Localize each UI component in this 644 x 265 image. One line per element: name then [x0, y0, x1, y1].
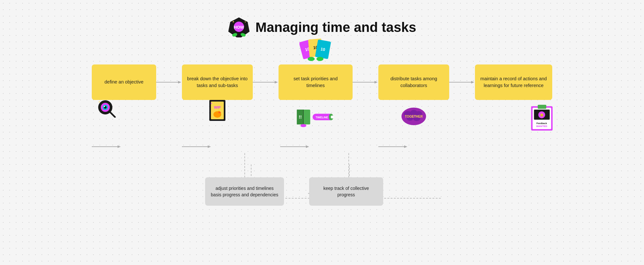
flow-top-row: define an objective ✦ — [0, 64, 644, 100]
flow-bottom-box-2: keep track of collective progress — [309, 177, 383, 206]
flow-box-2: break down the objective into tasks and … — [182, 64, 253, 100]
svg-marker-10 — [208, 145, 211, 148]
svg-point-50 — [300, 124, 306, 127]
svg-marker-20 — [308, 192, 311, 195]
flow-box-4: distribute tasks among collaborators TOG… — [378, 64, 449, 100]
page-header: HOW ★ ★ Managing time and tasks — [0, 0, 644, 39]
sticker-eye-magnify: ✦ — [95, 98, 118, 118]
flow-box-2-text: break down the objective into tasks and … — [182, 72, 253, 92]
svg-marker-18 — [211, 192, 214, 195]
flow-bottom-box-1-text: adjust priorities and timelines basis pr… — [205, 182, 284, 201]
svg-rect-69 — [538, 105, 546, 109]
svg-marker-29 — [178, 81, 181, 83]
svg-marker-38 — [275, 81, 278, 83]
svg-text:TOGETHER: TOGETHER — [405, 114, 423, 118]
arrow-2 — [253, 79, 279, 85]
svg-text:★: ★ — [210, 102, 212, 104]
svg-marker-57 — [374, 81, 378, 83]
svg-text:★: ★ — [244, 21, 246, 23]
flow-box-4-text: distribute tasks among collaborators — [378, 72, 449, 92]
flow-box-5: maintain a record of actions and learnin… — [475, 64, 552, 100]
svg-point-54 — [331, 115, 334, 118]
how-logo-icon: HOW ★ ★ — [228, 16, 250, 39]
svg-text:WANTED: WANTED — [536, 125, 547, 128]
svg-text:😊: 😊 — [540, 113, 544, 117]
flow-bottom-box-1: adjust priorities and timelines basis pr… — [205, 177, 284, 206]
svg-text:10: 10 — [320, 46, 326, 52]
arrow-1 — [156, 79, 182, 85]
svg-marker-78 — [281, 197, 284, 200]
page-title: Managing time and tasks — [255, 20, 416, 35]
svg-point-46 — [317, 57, 324, 61]
flow-box-1: define an objective ✦ — [92, 64, 156, 100]
sticker-timeline: !! TIMELINE — [296, 106, 335, 127]
svg-text:WIP: WIP — [214, 105, 221, 109]
svg-line-26 — [110, 113, 115, 117]
svg-text:✦: ✦ — [98, 101, 100, 103]
dashed-arrows-svg — [0, 135, 644, 216]
svg-point-45 — [308, 57, 315, 61]
sticker-brain: TOGETHER — [398, 105, 430, 127]
sticker-feedback: 😊 Feedback WANTED — [530, 103, 555, 132]
arrow-3 — [353, 79, 378, 85]
svg-point-35 — [218, 112, 221, 113]
svg-point-25 — [104, 106, 105, 107]
flow-box-3: 10 10 10 set task priorities and timelin… — [279, 64, 353, 100]
svg-marker-14 — [404, 145, 407, 148]
svg-marker-12 — [306, 145, 309, 148]
svg-text:HOW: HOW — [234, 25, 244, 30]
sticker-wip: WIP ★ — [208, 98, 227, 123]
svg-text:Feedback: Feedback — [536, 122, 547, 125]
flow-bottom-box-2-text: keep track of collective progress — [309, 182, 383, 201]
svg-text:TIMELINE: TIMELINE — [316, 116, 328, 119]
arrow-4 — [449, 79, 475, 85]
flow-diagram: define an objective ✦ — [0, 64, 644, 100]
flow-box-3-text: set task priorities and timelines — [279, 72, 353, 92]
flow-box-1-text: define an objective — [99, 75, 149, 89]
svg-marker-80 — [380, 197, 383, 200]
svg-text:★: ★ — [232, 20, 234, 23]
svg-text:!!: !! — [298, 114, 302, 120]
flow-box-5-text: maintain a record of actions and learnin… — [475, 72, 552, 92]
svg-marker-66 — [471, 81, 474, 83]
sticker-1010: 10 10 10 — [299, 35, 332, 61]
svg-marker-8 — [118, 145, 121, 148]
